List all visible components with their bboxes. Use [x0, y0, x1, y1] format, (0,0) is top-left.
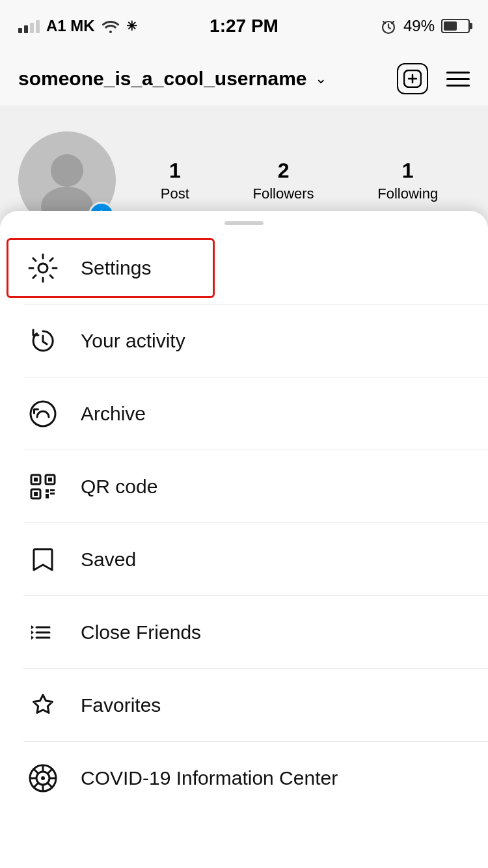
- profile-stats: 1 Post 2 Followers 1 Following: [129, 159, 470, 202]
- svg-marker-19: [31, 625, 34, 629]
- nav-icons: [397, 63, 470, 94]
- qr-code-icon: [23, 467, 62, 506]
- svg-marker-21: [31, 636, 34, 640]
- status-right: 49%: [380, 17, 470, 35]
- alarm-icon: [380, 18, 397, 34]
- covid-label: COVID-19 Information Center: [81, 767, 338, 789]
- add-post-button[interactable]: [397, 63, 428, 94]
- posts-count: 1: [169, 159, 181, 183]
- chevron-down-icon: ⌄: [315, 70, 327, 87]
- menu-item-your-activity[interactable]: Your activity: [0, 305, 488, 377]
- battery-icon: [441, 19, 470, 33]
- svg-rect-12: [46, 489, 49, 493]
- svg-line-30: [33, 783, 38, 789]
- archive-label: Archive: [81, 403, 146, 425]
- following-label: Following: [377, 185, 438, 202]
- archive-icon: [23, 394, 62, 433]
- svg-rect-11: [34, 492, 38, 496]
- menu-item-close-friends[interactable]: Close Friends: [0, 596, 488, 669]
- covid-icon: [23, 759, 62, 798]
- svg-point-2: [51, 154, 83, 187]
- brightness-icon: ✳: [126, 18, 137, 34]
- status-time: 1:27 PM: [210, 16, 278, 36]
- your-activity-label: Your activity: [81, 330, 185, 352]
- svg-rect-10: [48, 478, 52, 481]
- svg-line-31: [48, 768, 53, 774]
- menu-item-covid[interactable]: COVID-19 Information Center: [0, 742, 488, 815]
- favorites-icon: [23, 686, 62, 725]
- posts-label: Post: [161, 185, 189, 202]
- bottom-sheet: Settings Your activity Archive: [0, 211, 488, 868]
- stat-posts[interactable]: 1 Post: [161, 159, 189, 202]
- wifi-icon: [102, 19, 120, 33]
- status-bar: A1 MK ✳ 1:27 PM 49%: [0, 0, 488, 52]
- followers-label: Followers: [252, 185, 314, 202]
- menu-item-qr-code[interactable]: QR code: [0, 450, 488, 523]
- svg-rect-9: [34, 478, 38, 481]
- username: someone_is_a_cool_username: [18, 68, 307, 90]
- signal-icon: [18, 19, 40, 33]
- menu-item-settings[interactable]: Settings: [0, 232, 488, 305]
- favorites-label: Favorites: [81, 694, 161, 716]
- svg-point-4: [38, 264, 47, 273]
- svg-marker-20: [31, 631, 34, 634]
- close-friends-icon: [23, 613, 62, 652]
- svg-line-29: [48, 783, 53, 789]
- battery-percentage: 49%: [403, 17, 435, 35]
- svg-rect-13: [50, 489, 55, 491]
- settings-label: Settings: [81, 257, 151, 279]
- followers-count: 2: [278, 159, 290, 183]
- menu-button[interactable]: [446, 72, 470, 87]
- carrier-label: A1 MK: [46, 17, 95, 35]
- qr-code-label: QR code: [81, 476, 157, 498]
- username-area[interactable]: someone_is_a_cool_username ⌄: [18, 68, 327, 90]
- close-friends-label: Close Friends: [81, 621, 201, 644]
- stat-following[interactable]: 1 Following: [377, 159, 438, 202]
- svg-rect-14: [50, 493, 55, 495]
- your-activity-icon: [23, 321, 62, 360]
- menu-item-favorites[interactable]: Favorites: [0, 669, 488, 742]
- saved-icon: [23, 540, 62, 579]
- svg-line-28: [33, 768, 38, 774]
- svg-rect-15: [46, 494, 49, 498]
- menu-item-saved[interactable]: Saved: [0, 523, 488, 596]
- menu-item-archive[interactable]: Archive: [0, 377, 488, 450]
- saved-label: Saved: [81, 549, 136, 571]
- svg-point-32: [41, 776, 45, 780]
- stat-followers[interactable]: 2 Followers: [252, 159, 314, 202]
- settings-icon: [23, 249, 62, 288]
- drag-handle[interactable]: [224, 221, 264, 225]
- top-nav: someone_is_a_cool_username ⌄: [0, 52, 488, 105]
- status-left: A1 MK ✳: [18, 17, 137, 35]
- following-count: 1: [402, 159, 414, 183]
